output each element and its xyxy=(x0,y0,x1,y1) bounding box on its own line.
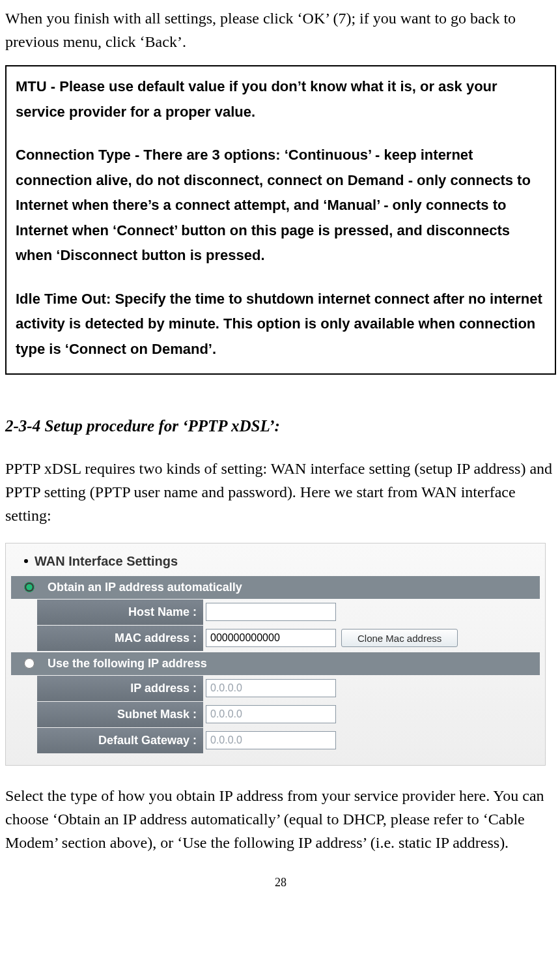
radio-auto-label: Obtain an IP address automatically xyxy=(48,579,242,596)
panel-title: WAN Interface Settings xyxy=(35,551,178,571)
infobox-idle-timeout: Idle Time Out: Specify the time to shutd… xyxy=(16,287,546,362)
section-intro: PPTP xDSL requires two kinds of setting:… xyxy=(5,457,556,527)
section-heading: 2-3-4 Setup procedure for ‘PPTP xDSL’: xyxy=(5,414,556,439)
bullet-icon xyxy=(24,559,28,563)
radio-static[interactable] xyxy=(24,658,35,669)
radio-auto-row[interactable]: Obtain an IP address automatically xyxy=(11,576,540,599)
clone-mac-button[interactable]: Clone Mac address xyxy=(341,629,458,647)
mac-label: MAC address : xyxy=(37,626,203,651)
page-number: 28 xyxy=(5,874,556,891)
infobox-connection-type: Connection Type - There are 3 options: ‘… xyxy=(16,143,546,268)
subnet-label: Subnet Mask : xyxy=(37,702,203,727)
ip-input[interactable] xyxy=(206,679,336,697)
ip-label: IP address : xyxy=(37,676,203,701)
info-box: MTU - Please use default value if you do… xyxy=(5,65,556,375)
gateway-input[interactable] xyxy=(206,731,336,749)
infobox-mtu: MTU - Please use default value if you do… xyxy=(16,74,546,124)
radio-static-label: Use the following IP address xyxy=(48,655,207,673)
intro-text: When you finish with all settings, pleas… xyxy=(5,7,556,53)
outro-text: Select the type of how you obtain IP add… xyxy=(5,784,556,854)
mac-input[interactable] xyxy=(206,629,336,647)
wan-settings-panel: WAN Interface Settings Obtain an IP addr… xyxy=(5,543,546,766)
hostname-input[interactable] xyxy=(206,603,336,621)
hostname-label: Host Name : xyxy=(37,600,203,625)
radio-auto[interactable] xyxy=(24,582,35,592)
radio-static-row[interactable]: Use the following IP address xyxy=(11,652,540,675)
gateway-label: Default Gateway : xyxy=(37,728,203,753)
subnet-input[interactable] xyxy=(206,705,336,723)
